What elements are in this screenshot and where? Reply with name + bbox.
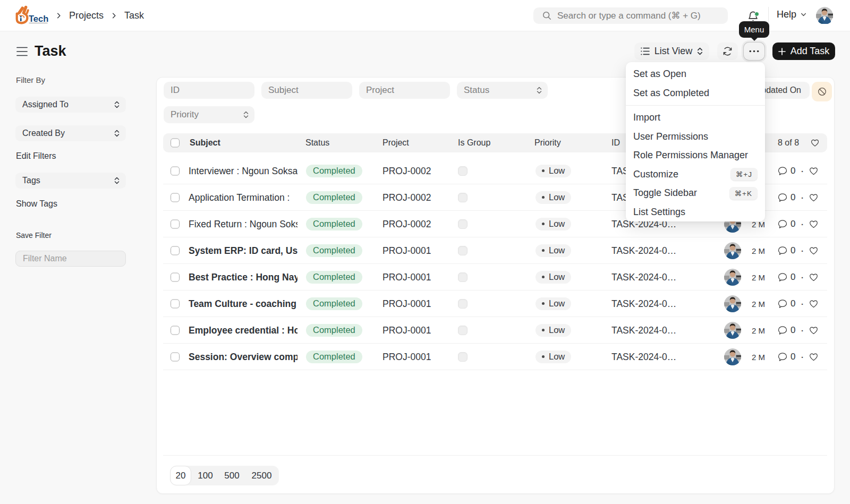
svg-text:Tech: Tech (29, 14, 48, 23)
